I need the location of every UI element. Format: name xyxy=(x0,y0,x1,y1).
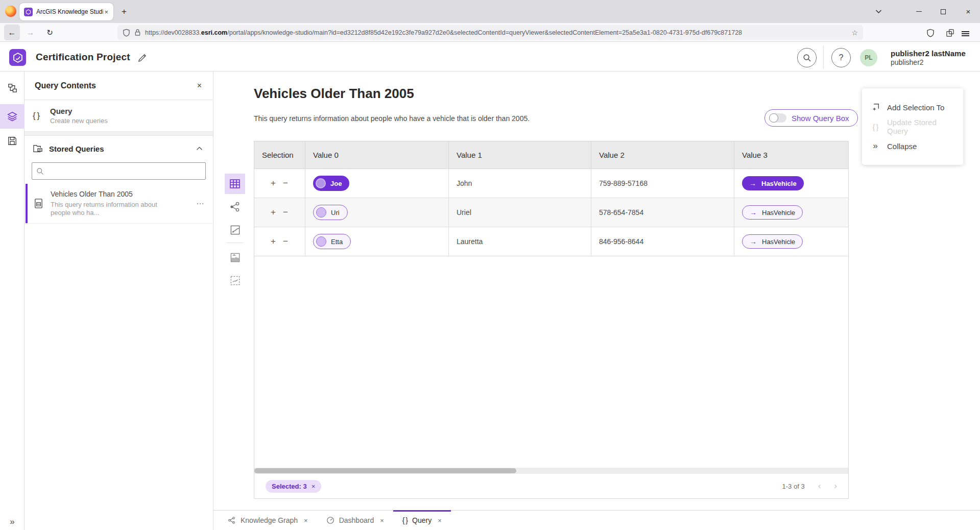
search-input[interactable] xyxy=(47,167,201,175)
column-header-value2[interactable]: Value 2 xyxy=(591,141,734,168)
cell-value: 759-889-57168 xyxy=(599,179,648,187)
tab-dashboard[interactable]: Dashboard × xyxy=(317,511,393,530)
scrollbar-thumb[interactable] xyxy=(254,468,516,473)
search-button[interactable] xyxy=(797,48,817,67)
panel-title: Query Contents xyxy=(35,81,197,90)
relationship-pill[interactable]: →HasVehicle xyxy=(742,176,804,190)
entity-pill[interactable]: Etta xyxy=(313,234,351,249)
close-tab-icon[interactable]: × xyxy=(380,517,384,524)
browser-tab[interactable]: ArcGIS Knowledge Studio × xyxy=(19,3,113,20)
remove-from-selection-icon[interactable]: − xyxy=(283,236,288,247)
query-item-subtitle: Create new queries xyxy=(50,117,108,125)
extensions-icon[interactable] xyxy=(943,26,957,40)
pagination-range: 1-3 of 3 xyxy=(782,483,805,490)
clear-selection-icon[interactable]: × xyxy=(312,483,316,490)
map-extent-icon[interactable] xyxy=(225,270,245,291)
add-selection-icon xyxy=(870,103,880,112)
table-empty-area xyxy=(254,256,848,468)
tab-title: ArcGIS Knowledge Studio xyxy=(36,8,103,15)
query-item[interactable]: { } Query Create new queries xyxy=(25,100,213,132)
arrow-right-icon: → xyxy=(750,237,757,246)
expand-rail-icon[interactable]: » xyxy=(0,517,25,527)
project-title: Certification Project xyxy=(36,52,130,63)
data-model-icon[interactable] xyxy=(0,76,25,100)
query-item-title: Query xyxy=(50,107,108,115)
next-page-icon[interactable]: › xyxy=(834,481,837,491)
selected-count-chip[interactable]: Selected: 3 × xyxy=(266,480,321,493)
bookmark-star-icon[interactable]: ☆ xyxy=(851,29,858,37)
tab-knowledge-graph[interactable]: Knowledge Graph × xyxy=(219,511,317,530)
firefox-icon[interactable] xyxy=(5,6,16,17)
url-text: https://dev0028833.esri.com/portal/apps/… xyxy=(145,29,847,36)
column-header-value0[interactable]: Value 0 xyxy=(305,141,449,168)
stored-queries-search[interactable] xyxy=(32,162,206,180)
map-contents-icon[interactable] xyxy=(225,247,245,268)
menu-item-update-stored-query[interactable]: { } Update Stored Query xyxy=(862,119,963,134)
browser-forward-button[interactable]: → xyxy=(22,25,38,40)
menu-item-collapse[interactable]: » Collapse xyxy=(862,138,963,154)
tab-list-chevron-icon[interactable] xyxy=(868,0,889,23)
link-chart-icon[interactable] xyxy=(225,197,245,217)
table-options-menu: Add Selection To { } Update Stored Query… xyxy=(862,88,963,165)
horizontal-scrollbar[interactable] xyxy=(254,468,848,474)
remove-from-selection-icon[interactable]: − xyxy=(283,207,288,218)
browser-back-button[interactable]: ← xyxy=(4,25,20,40)
knowledge-studio-logo xyxy=(9,49,26,66)
close-tab-icon[interactable]: × xyxy=(438,517,442,524)
arrow-right-icon: → xyxy=(750,208,757,216)
remove-from-selection-icon[interactable]: − xyxy=(283,178,288,188)
menu-item-add-selection-to[interactable]: Add Selection To xyxy=(862,100,963,115)
map-view-icon[interactable] xyxy=(225,220,245,240)
save-icon[interactable] xyxy=(0,129,25,153)
table-view-icon[interactable] xyxy=(225,174,245,194)
new-tab-button[interactable]: + xyxy=(117,5,131,18)
edit-title-button[interactable] xyxy=(136,52,148,64)
search-icon xyxy=(36,167,44,175)
table-header-row: Selection Value 0 Value 1 Value 2 Value … xyxy=(254,141,848,169)
entity-pill[interactable]: Uri xyxy=(313,205,348,220)
column-header-value3[interactable]: Value 3 xyxy=(734,141,848,168)
stored-queries-header[interactable]: Stored Queries xyxy=(25,136,213,161)
column-header-value1[interactable]: Value 1 xyxy=(449,141,591,168)
relationship-pill[interactable]: →HasVehicle xyxy=(742,234,803,249)
panel-close-icon[interactable]: × xyxy=(197,81,202,90)
add-to-selection-icon[interactable]: + xyxy=(271,207,276,218)
user-avatar[interactable]: PL xyxy=(860,49,877,66)
search-icon xyxy=(803,54,811,62)
address-field[interactable]: https://dev0028833.esri.com/portal/apps/… xyxy=(117,25,863,40)
tab-close-icon[interactable]: × xyxy=(103,8,109,16)
layers-icon[interactable] xyxy=(0,104,25,129)
item-options-icon[interactable]: … xyxy=(196,197,205,206)
cell-value: 578-654-7854 xyxy=(599,208,643,216)
table-footer: Selected: 3 × 1-3 of 3 ‹ › xyxy=(254,474,848,498)
user-name: publisher2 lastName xyxy=(891,49,966,58)
browser-reload-button[interactable]: ↻ xyxy=(42,25,58,40)
close-tab-icon[interactable]: × xyxy=(304,517,308,524)
braces-icon: { } xyxy=(33,111,50,121)
left-rail: » xyxy=(0,71,25,530)
tracking-shield-icon xyxy=(123,29,130,37)
account-shield-icon[interactable] xyxy=(923,26,938,40)
collapse-section-chevron-icon[interactable] xyxy=(196,147,203,151)
add-to-selection-icon[interactable]: + xyxy=(271,236,276,247)
stored-query-doc-icon xyxy=(34,198,43,209)
tab-query[interactable]: { } Query × xyxy=(393,511,451,530)
window-minimize-button[interactable] xyxy=(909,0,929,23)
add-to-selection-icon[interactable]: + xyxy=(271,178,276,188)
column-header-selection[interactable]: Selection xyxy=(254,141,305,168)
browser-tab-bar: ArcGIS Knowledge Studio × + × xyxy=(0,0,980,23)
lock-icon xyxy=(134,29,141,36)
show-query-box-toggle[interactable]: Show Query Box xyxy=(764,109,858,127)
toggle-label: Show Query Box xyxy=(792,114,849,123)
stored-query-list-item[interactable]: Vehicles Older Than 2005 This query retu… xyxy=(25,184,213,224)
browser-menu-icon[interactable] xyxy=(962,26,976,40)
previous-page-icon[interactable]: ‹ xyxy=(818,481,821,491)
dashboard-icon xyxy=(326,516,334,524)
window-maximize-button[interactable] xyxy=(933,0,953,23)
entity-pill[interactable]: Joe xyxy=(313,176,349,191)
help-button[interactable]: ? xyxy=(831,48,851,67)
page-title: Vehicles Older Than 2005 xyxy=(254,86,414,102)
toggle-switch[interactable] xyxy=(769,113,786,123)
window-close-button[interactable]: × xyxy=(958,0,978,23)
relationship-pill[interactable]: →HasVehicle xyxy=(742,205,803,220)
